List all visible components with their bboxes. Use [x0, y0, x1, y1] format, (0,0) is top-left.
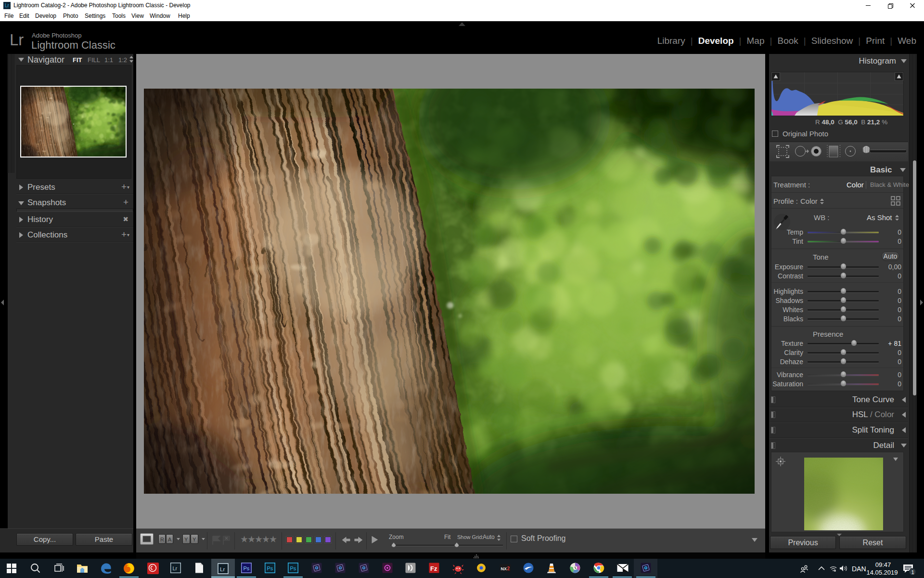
svg-text:Ps: Ps [267, 565, 273, 571]
svg-text:Ps: Ps [290, 565, 296, 571]
svg-text:R: R [160, 537, 164, 542]
svg-text:Y: Y [192, 537, 196, 542]
svg-text:Lr: Lr [173, 565, 178, 571]
svg-text:NX: NX [501, 566, 507, 571]
svg-text:Lr: Lr [220, 566, 225, 572]
svg-text:Ps: Ps [244, 565, 250, 571]
svg-text:Y: Y [184, 537, 188, 542]
svg-text:A: A [168, 537, 172, 542]
svg-text:2: 2 [507, 566, 510, 571]
svg-text:Fz: Fz [430, 565, 437, 572]
svg-text:1: 1 [911, 569, 914, 575]
